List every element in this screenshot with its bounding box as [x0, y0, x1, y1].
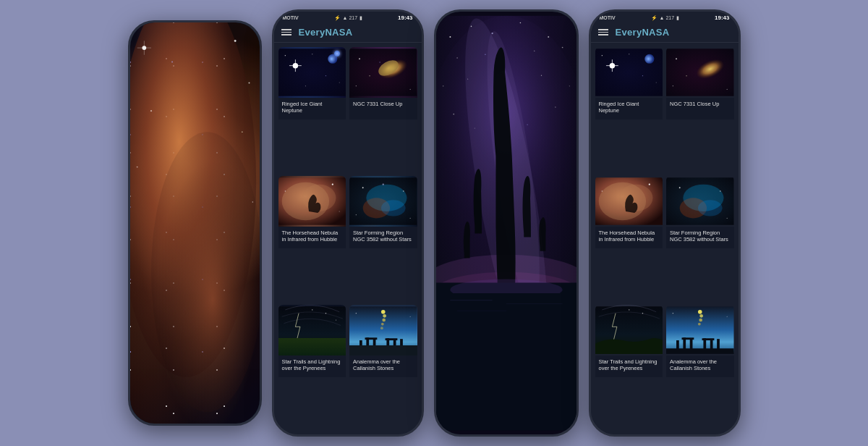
app-screen-2: MOTIV ⚡ ▲ 217 ▮ 19:43 EveryNASA — [591, 12, 739, 434]
phone-4-app: MOTIV ⚡ ▲ 217 ▮ 19:43 EveryNASA — [589, 9, 741, 437]
svg-point-130 — [698, 323, 701, 326]
ham-line-3 — [281, 34, 292, 35]
thumb-analemma — [349, 305, 417, 355]
bluetooth-icon-2: ⚡ — [651, 15, 658, 21]
neptune-b-svg — [595, 47, 663, 98]
svg-rect-138 — [702, 338, 715, 340]
svg-point-115 — [601, 190, 602, 191]
app-title-1: EveryNASA — [299, 27, 353, 38]
svg-point-71 — [470, 26, 472, 28]
card-ngc7331[interactable]: NGC 7331 Close Up — [349, 47, 417, 172]
hamburger-menu-1[interactable] — [281, 29, 292, 35]
ham-line-1 — [281, 29, 292, 30]
svg-point-46 — [335, 319, 336, 320]
svg-point-38 — [381, 200, 406, 216]
svg-point-21 — [305, 85, 305, 86]
svg-rect-136 — [717, 339, 720, 350]
carrier-1: MOTIV — [283, 15, 299, 20]
svg-point-7 — [248, 83, 250, 84]
card-startrails-b[interactable]: Star Trails and Lightning over the Pyren… — [595, 305, 663, 430]
svg-rect-133 — [690, 339, 693, 350]
phone-1-wallpaper — [128, 20, 262, 426]
ham-line-5 — [598, 32, 608, 33]
svg-rect-60 — [365, 337, 378, 340]
phones-wrapper: MOTIV ⚡ ▲ 217 ▮ 19:43 EveryNASA — [0, 0, 868, 446]
svg-point-87 — [527, 125, 527, 125]
ham-line-6 — [598, 34, 608, 35]
svg-rect-44 — [278, 306, 346, 353]
ngc3582-svg — [349, 176, 417, 227]
svg-rect-54 — [359, 340, 362, 350]
card-horsehead-b[interactable]: The Horsehead Nebula in Infrared from Hu… — [595, 176, 663, 301]
startrails-svg — [278, 305, 346, 355]
card-label-startrails: Star Trails and Lightning over the Pyren… — [278, 355, 346, 377]
svg-point-128 — [699, 314, 703, 318]
nebula-wallpaper-screen — [130, 22, 260, 424]
card-neptune-b[interactable]: Ringed Ice Giant Neptune — [595, 47, 663, 172]
svg-point-141 — [727, 316, 728, 317]
thumb-ngc3582 — [349, 176, 417, 227]
svg-point-8 — [150, 110, 151, 112]
battery-2: ▮ — [676, 15, 679, 21]
card-label-neptune: Ringed Ice Giant Neptune — [278, 98, 346, 119]
card-label-horsehead: The Horsehead Nebula in Infrared from Hu… — [278, 227, 346, 248]
svg-point-26 — [356, 85, 357, 86]
svg-point-103 — [642, 75, 642, 76]
signal-2: ▲ 217 — [660, 15, 675, 20]
card-horsehead[interactable]: The Horsehead Nebula in Infrared from Hu… — [278, 176, 346, 301]
svg-point-140 — [673, 313, 673, 314]
svg-point-86 — [474, 127, 475, 128]
svg-rect-58 — [393, 340, 396, 350]
milkyway-svg — [436, 12, 576, 434]
svg-point-101 — [601, 55, 602, 56]
nebula-svg — [130, 22, 260, 424]
ngc3582-b-svg — [666, 176, 734, 227]
svg-point-74 — [548, 36, 549, 38]
card-analemma-b[interactable]: Analemma over the Callanish Stones — [666, 305, 734, 430]
status-icons-1: ⚡ ▲ 217 ▮ — [334, 15, 363, 21]
svg-point-43 — [410, 218, 411, 219]
svg-point-18 — [312, 54, 312, 54]
svg-point-52 — [381, 323, 384, 326]
svg-point-79 — [443, 85, 443, 86]
phone-3-wallpaper — [434, 9, 579, 437]
card-label-ngc7331: NGC 7331 Close Up — [349, 98, 417, 119]
card-label-ngc7331-b: NGC 7331 Close Up — [666, 98, 734, 119]
svg-point-39 — [362, 187, 364, 188]
svg-point-34 — [339, 211, 339, 211]
horsehead-b-svg — [595, 176, 663, 227]
svg-point-10 — [136, 167, 137, 168]
card-startrails[interactable]: Star Trails and Lightning over the Pyren… — [278, 305, 346, 430]
svg-point-100 — [644, 54, 654, 64]
app-title-2: EveryNASA — [616, 27, 670, 38]
card-analemma[interactable]: Analemma over the Callanish Stones — [349, 305, 417, 430]
card-ngc3582-b[interactable]: Star Forming Region NGC 3582 without Sta… — [666, 176, 734, 301]
card-label-neptune-b: Ringed Ice Giant Neptune — [595, 98, 663, 119]
svg-point-109 — [673, 85, 673, 86]
card-label-horsehead-b: The Horsehead Nebula in Infrared from Hu… — [595, 227, 663, 248]
signal-1: ▲ 217 — [343, 15, 358, 20]
card-ngc7331-b[interactable]: NGC 7331 Close Up — [666, 47, 734, 172]
thumb-horsehead-b — [595, 176, 663, 227]
card-ngc3582[interactable]: Star Forming Region NGC 3582 without Sta… — [349, 176, 417, 301]
svg-rect-12 — [278, 49, 346, 96]
svg-point-102 — [629, 54, 629, 54]
svg-point-11 — [252, 201, 253, 203]
milkyway-wallpaper-screen — [436, 12, 576, 434]
ngc7331-b-svg — [666, 47, 734, 98]
card-neptune[interactable]: Ringed Ice Giant Neptune — [278, 47, 346, 172]
svg-point-114 — [648, 184, 650, 185]
svg-point-72 — [491, 33, 493, 34]
card-label-analemma: Analemma over the Callanish Stones — [349, 355, 417, 377]
svg-point-107 — [676, 58, 677, 59]
hamburger-menu-2[interactable] — [598, 29, 608, 35]
svg-point-27 — [410, 89, 411, 90]
svg-rect-131 — [676, 340, 679, 350]
svg-point-104 — [655, 83, 656, 83]
svg-point-6 — [171, 61, 173, 62]
svg-point-5 — [234, 40, 236, 42]
app-header-1: EveryNASA — [274, 22, 422, 43]
thumb-startrails — [278, 305, 346, 355]
card-grid-2: Ringed Ice Giant Neptune — [591, 43, 739, 434]
phone-2-app: MOTIV ⚡ ▲ 217 ▮ 19:43 EveryNASA — [272, 9, 424, 437]
